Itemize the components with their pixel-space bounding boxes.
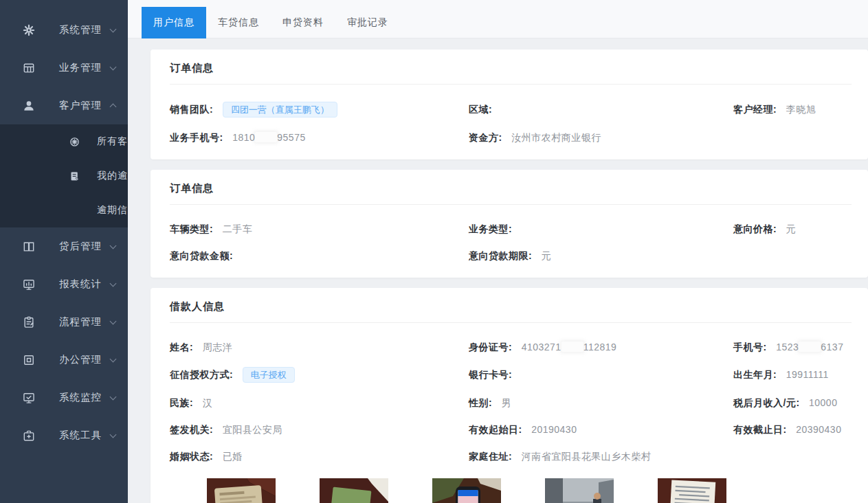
field-label: 客户经理: [733,104,777,115]
field-sales-team: 销售团队: 四团一营（直属王鹏飞） [170,102,469,118]
field-marital-status: 婚姻状态: 已婚 [170,450,469,463]
sidebar-item-label: 流程管理 [59,315,111,328]
field-value: 4103271112819 [522,342,617,353]
field-value: 已婚 [223,451,243,462]
chevron-down-icon [110,317,117,324]
gear-icon [22,23,36,37]
grid-icon [22,61,36,75]
field-account-manager: 客户经理: 李晓旭 [733,103,852,116]
sidebar-item-system-management[interactable]: 系统管理 [0,11,128,49]
sidebar-item-business-management[interactable]: 业务管理 [0,49,128,87]
clipboard-icon [22,315,36,329]
field-label: 资金方: [469,132,502,143]
sidebar: 系统管理 业务管理 客户管理 [0,0,128,503]
field-label: 出生年月: [733,369,777,380]
photo-green-certificate[interactable]: 登记证书 [320,478,388,503]
id-card-photo-thumbnail [207,478,276,503]
sidebar-item-office-management[interactable]: 办公管理 [0,341,128,379]
field-intended-loan-amount: 意向贷款金额: [170,249,469,262]
main-content: 用户信息 车贷信息 申贷资料 审批记录 订单信息 销售团队: 四团一营（直属王鹏… [128,0,868,503]
tab-loan-application-docs[interactable]: 申贷资料 [271,7,335,38]
chevron-down-icon [110,393,117,400]
field-business-type: 业务类型: [469,223,733,236]
field-credit-auth: 征信授权方式: 电子授权 [170,367,469,383]
phone-qr-photo-thumbnail [432,478,501,503]
credit-auth-tag: 电子授权 [243,367,295,383]
sidebar-item-my-overdue[interactable]: 我的逾期 [0,159,128,193]
handwritten-document-photo-thumbnail [658,478,726,503]
sidebar-item-label: 所有客户 [97,135,128,148]
field-value: 宜阳县公安局 [223,424,282,435]
order-info-card-2: 订单信息 车辆类型: 二手车 业务类型: 意向价格: 元 [151,170,868,278]
sidebar-item-system-tools[interactable]: 系统工具 [0,416,128,454]
field-gender: 性别: 男 [469,396,733,410]
chevron-down-icon [110,355,117,362]
photo-id-card[interactable]: 身份证 [207,478,276,503]
toolbox-icon [22,429,36,443]
field-label: 税后月收入/元: [733,397,800,408]
field-issuing-authority: 签发机关: 宜阳县公安局 [170,423,469,436]
field-value: 李晓旭 [786,104,816,115]
sales-team-tag[interactable]: 四团一营（直属王鹏飞） [223,102,337,118]
sidebar-item-label: 系统工具 [59,429,111,442]
photo-authorization-qr[interactable]: 授权信息 [432,478,501,503]
field-value: 汉 [203,397,213,408]
sidebar-item-label: 我的逾期 [97,170,128,182]
field-value: 周志洋 [203,342,233,353]
monitor-check-icon [22,391,36,405]
field-vehicle-type: 车辆类型: 二手车 [170,223,469,236]
field-business-phone: 业务手机号: 181095575 [170,131,469,144]
field-intended-loan-term: 意向贷款期限: 元 [469,249,733,262]
field-label: 家庭住址: [469,451,512,462]
field-value: 19911111 [786,369,829,380]
field-monthly-income: 税后月收入/元: 10000 [733,396,852,410]
archive-icon [22,353,36,367]
sidebar-item-label: 业务管理 [59,61,111,74]
redaction-blur [561,342,583,352]
field-value: 20390430 [796,424,841,435]
tab-approval-records[interactable]: 审批记录 [335,7,400,38]
field-label: 姓名: [170,342,193,353]
sidebar-item-process-management[interactable]: 流程管理 [0,303,128,341]
field-label: 有效起始日: [469,424,522,435]
field-label: 签发机关: [170,424,213,435]
photo-person-with-car[interactable]: 人车合影 [545,478,614,503]
sidebar-item-all-customers[interactable]: 所有客户 [0,124,128,159]
sidebar-item-label: 办公管理 [59,353,111,366]
sidebar-item-label: 逾期信息 [97,204,128,216]
field-intended-price: 意向价格: 元 [733,223,852,236]
field-label: 身份证号: [469,342,512,353]
sidebar-item-customer-management[interactable]: 客户管理 [0,87,128,124]
field-label: 车辆类型: [170,223,213,234]
card-title: 订单信息 [170,182,852,205]
field-label: 业务手机号: [170,132,223,143]
field-ethnicity: 民族: 汉 [170,396,469,410]
sidebar-item-overdue-info[interactable]: 逾期信息 [0,193,128,227]
sidebar-item-label: 客户管理 [59,99,111,112]
field-label: 银行卡号: [469,369,512,380]
field-value: 20190430 [531,424,577,435]
chevron-down-icon [110,63,117,70]
field-region: 区域: [469,103,733,116]
field-label: 手机号: [733,342,767,353]
tab-car-loan-info[interactable]: 车贷信息 [206,7,271,38]
tab-bar: 用户信息 车贷信息 申贷资料 审批记录 [128,0,868,38]
book-icon [22,240,36,254]
chevron-down-icon [110,431,117,438]
customers-icon [69,136,80,148]
field-label: 业务类型: [469,223,512,234]
sidebar-item-label: 报表统计 [59,278,111,291]
chevron-down-icon [110,25,117,32]
field-value: 181095575 [232,132,306,143]
photo-handwritten-document[interactable]: 其他材料 [658,478,726,503]
sidebar-item-post-loan-management[interactable]: 贷后管理 [0,227,128,265]
chevron-up-icon [110,104,117,111]
field-value: 元 [542,250,552,261]
sidebar-item-report-statistics[interactable]: 报表统计 [0,265,128,303]
field-label: 区域: [469,104,492,115]
tab-user-info[interactable]: 用户信息 [142,7,206,38]
sidebar-item-system-monitoring[interactable]: 系统监控 [0,379,128,416]
field-bank-card: 银行卡号: [469,368,733,381]
field-id-number: 身份证号: 4103271112819 [469,341,733,354]
document-photos: 身份证 [207,478,852,503]
